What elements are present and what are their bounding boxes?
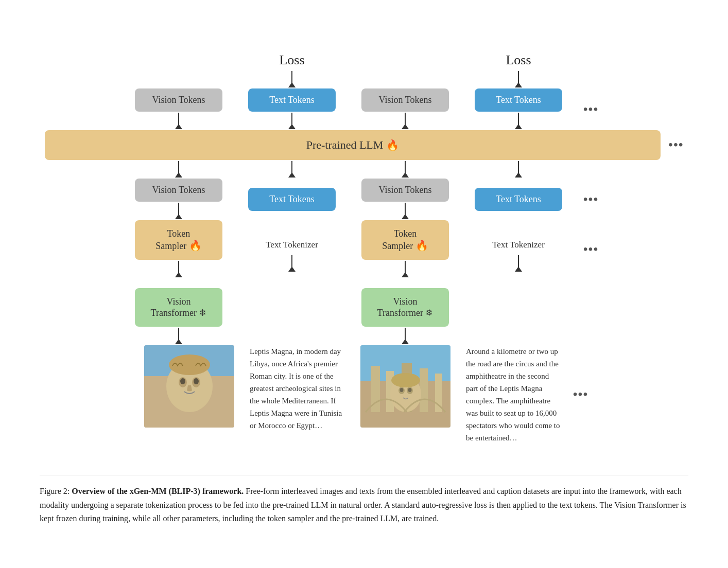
arrow-mid-vision-1 [175, 202, 182, 220]
image-row: Leptis Magna, in modern day Libya, once … [40, 345, 688, 444]
arrow-mid-vision-2 [402, 202, 409, 220]
flame-icon-sampler-2: 🔥 [415, 240, 428, 251]
col-vit-text-gap-2 [462, 278, 575, 345]
svg-point-18 [400, 388, 403, 392]
arrow-sampler-1 [175, 260, 182, 278]
snowflake-icon-2: ❄ [425, 308, 433, 318]
arrow-below-llm-t2 [515, 160, 522, 179]
col-sampler-1: TokenSampler 🔥 [122, 220, 235, 278]
col-arr-text-2 [462, 160, 575, 179]
arrow-text-tokenizer-2 [515, 254, 522, 273]
mid-text-tokens-2: Text Tokens [475, 188, 562, 211]
svg-point-6 [194, 378, 199, 384]
dots-sampler: ••• [575, 241, 606, 258]
arrow-below-llm-t1 [288, 160, 296, 179]
col-mid-text-2: Text Tokens [462, 188, 575, 211]
token-sampler-2: TokenSampler 🔥 [361, 220, 449, 260]
caption-area: Figure 2: Overview of the xGen-MM (BLIP-… [40, 475, 688, 525]
caption-bold: Overview of the xGen-MM (BLIP-3) framewo… [72, 487, 244, 495]
arrow-top-text-1 [288, 112, 296, 130]
top-text-tokens-2: Text Tokens [475, 88, 562, 112]
caption-figure-num: Figure 2: [40, 487, 70, 495]
loss-label-1: Loss [279, 52, 304, 70]
col-vit-text-gap-1 [235, 278, 349, 345]
col-text-tokenizer-2: Text Tokenizer [462, 220, 575, 273]
text-tokenizer-label-1: Text Tokenizer [266, 236, 318, 254]
top-tokens-row: Vision Tokens Text Tokens Vision Tokens … [40, 88, 688, 130]
arrow-below-llm-v1 [175, 160, 182, 179]
vision-transformer-2: VisionTransformer ❄ [361, 288, 449, 327]
col-text-tokenizer-1: Text Tokenizer [235, 220, 349, 273]
image-1-description: Leptis Magna, in modern day Libya, once … [250, 345, 344, 432]
col-mid-vision-1: Vision Tokens [122, 179, 235, 220]
col-text-2-loss: Loss [462, 52, 575, 88]
arrow-vit-2 [402, 327, 409, 345]
image-2 [360, 345, 450, 428]
diagram-area: Loss Loss Vision Tokens Text Tokens Vis [40, 42, 688, 459]
arrow-loss-2 [515, 70, 522, 88]
snowflake-icon-1: ❄ [199, 308, 206, 318]
top-text-tokens-1: Text Tokens [248, 88, 336, 112]
col-sampler-2: TokenSampler 🔥 [349, 220, 462, 278]
image-2-description: Around a kilometre or two up the road ar… [466, 345, 561, 444]
llm-box-wrapper: Pre-trained LLM 🔥 [45, 130, 661, 160]
flame-icon-sampler-1: 🔥 [189, 240, 202, 251]
arrow-text-tokenizer-1 [288, 254, 296, 273]
col-text-desc-1: Leptis Magna, in modern day Libya, once … [246, 345, 349, 432]
loss-row: Loss Loss [40, 52, 688, 88]
col-text-1-loss: Loss [235, 52, 349, 88]
col-top-text-2: Text Tokens [462, 88, 575, 130]
flame-icon: 🔥 [386, 139, 399, 151]
mid-vision-tokens-1: Vision Tokens [135, 179, 222, 202]
mid-tokens-row: Vision Tokens Text Tokens Vision Tokens … [40, 179, 688, 220]
col-top-vision-2: Vision Tokens [349, 88, 462, 130]
image-1 [144, 345, 234, 428]
col-arr-text-1 [235, 160, 349, 179]
col-vit-2: VisionTransformer ❄ [349, 288, 462, 345]
arrows-below-llm [40, 160, 688, 179]
col-mid-vision-2: Vision Tokens [349, 179, 462, 220]
arrow-vit-1 [175, 327, 182, 345]
svg-point-20 [391, 373, 420, 387]
vision-transformer-1: VisionTransformer ❄ [135, 288, 222, 327]
page-container: Loss Loss Vision Tokens Text Tokens Vis [29, 22, 699, 546]
token-sampler-1: TokenSampler 🔥 [135, 220, 222, 260]
col-top-text-1: Text Tokens [235, 88, 349, 130]
col-arr-vision-2 [349, 160, 462, 179]
col-arr-vision-1 [122, 160, 235, 179]
svg-point-5 [180, 378, 185, 384]
arrow-top-vision-1 [175, 112, 182, 130]
sampler-row: TokenSampler 🔥 Text Tokenizer TokenSampl… [40, 220, 688, 278]
vit-row: VisionTransformer ❄ VisionTransformer ❄ [40, 278, 688, 345]
mid-vision-tokens-2: Vision Tokens [361, 179, 449, 202]
svg-point-7 [169, 354, 210, 375]
top-vision-tokens-1: Vision Tokens [135, 88, 222, 112]
llm-row: Pre-trained LLM 🔥 ••• [40, 130, 688, 160]
llm-text: Pre-trained LLM [306, 138, 386, 151]
col-mid-text-1: Text Tokens [235, 188, 349, 211]
arrow-top-vision-2 [402, 112, 409, 130]
arrow-loss-1 [288, 70, 296, 88]
mid-text-tokens-1: Text Tokens [248, 188, 336, 211]
text-tokenizer-label-2: Text Tokenizer [492, 236, 545, 254]
col-vit-1: VisionTransformer ❄ [122, 288, 235, 345]
arrow-below-llm-v2 [402, 160, 409, 179]
svg-rect-14 [435, 374, 442, 412]
loss-label-2: Loss [506, 52, 531, 70]
arrow-top-text-2 [515, 112, 522, 130]
svg-point-19 [408, 388, 411, 392]
svg-rect-13 [420, 368, 428, 412]
top-vision-tokens-2: Vision Tokens [361, 88, 449, 112]
dots-top-tokens: ••• [575, 101, 606, 118]
dots-mid-tokens: ••• [575, 191, 606, 208]
col-top-vision-1: Vision Tokens [122, 88, 235, 130]
col-image-1 [132, 345, 246, 428]
arrow-sampler-2 [402, 260, 409, 278]
col-text-desc-2: Around a kilometre or two up the road ar… [462, 345, 565, 444]
llm-box: Pre-trained LLM 🔥 [45, 130, 661, 160]
dots-images: ••• [565, 386, 596, 403]
col-image-2 [349, 345, 462, 428]
dots-llm: ••• [661, 137, 683, 153]
